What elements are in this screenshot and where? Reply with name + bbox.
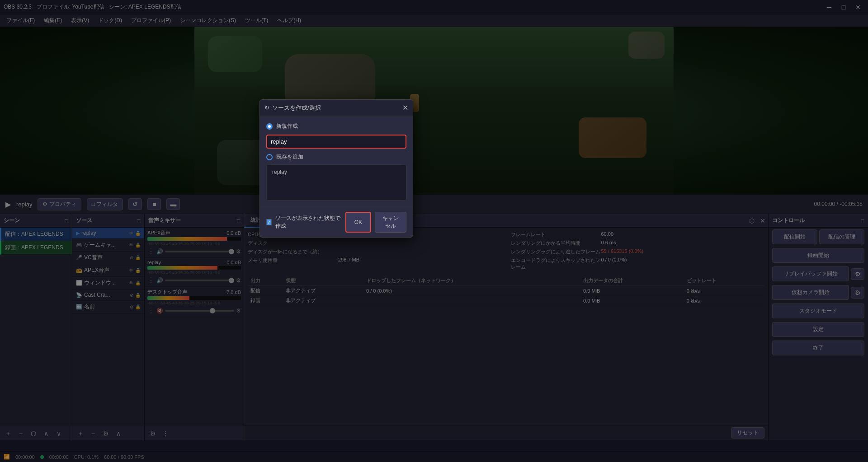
dialog-footer: ✓ ソースが表示された状態で作成 OK キャンセル (260, 207, 413, 237)
visible-label: ソースが表示された状態で作成 (275, 215, 341, 230)
dialog-cancel-button[interactable]: キャンセル (375, 212, 406, 233)
existing-add-radio[interactable] (266, 154, 273, 160)
existing-add-row: 既存を追加 (266, 153, 406, 161)
dialog-actions: OK キャンセル (345, 212, 406, 233)
dialog-overlay: ↻ ソースを作成/選択 ✕ 新規作成 既存を追加 replay ✓ (0, 0, 868, 462)
source-name-input[interactable] (266, 135, 406, 149)
dialog-title: ↻ ソースを作成/選択 (264, 104, 321, 112)
dialog-title-icon: ↻ (264, 104, 269, 111)
visible-checkbox[interactable]: ✓ (266, 219, 272, 225)
new-create-label: 新規作成 (276, 122, 298, 130)
dialog-header: ↻ ソースを作成/選択 ✕ (260, 100, 413, 116)
dialog-ok-button[interactable]: OK (345, 212, 371, 233)
existing-sources-list[interactable]: replay (266, 164, 406, 201)
dialog-close-button[interactable]: ✕ (402, 103, 408, 112)
existing-item-replay[interactable]: replay (270, 168, 402, 177)
new-create-row: 新規作成 (266, 122, 406, 130)
new-create-radio[interactable] (266, 123, 273, 130)
existing-add-label: 既存を追加 (276, 153, 303, 161)
create-source-dialog: ↻ ソースを作成/選択 ✕ 新規作成 既存を追加 replay ✓ (259, 99, 413, 238)
dialog-body: 新規作成 既存を追加 replay (260, 116, 413, 207)
